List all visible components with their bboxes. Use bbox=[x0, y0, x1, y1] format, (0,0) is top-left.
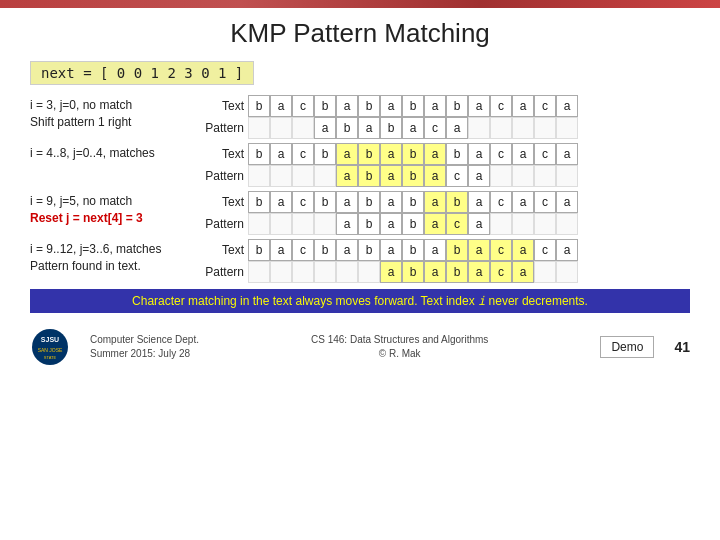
bottom-bar: Character matching in the text always mo… bbox=[30, 289, 690, 313]
text-grid-row-s1: Textbacbabababacaca bbox=[200, 95, 578, 117]
pattern-cell-s4-6: a bbox=[380, 261, 402, 283]
text-grid-row-s2: Textbacbabababacaca bbox=[200, 143, 578, 165]
section-s2: i = 4..8, j=0..4, matchesTextbacbabababa… bbox=[30, 143, 690, 187]
pattern-cell-s4-7: b bbox=[402, 261, 424, 283]
pattern-cell-s3-10: a bbox=[468, 213, 490, 235]
text-label-s4: Text bbox=[200, 243, 248, 257]
pattern-cell-s3-8: a bbox=[424, 213, 446, 235]
pattern-cell-s3-14 bbox=[556, 213, 578, 235]
pattern-cell-s1-10 bbox=[468, 117, 490, 139]
text-cell-s1-7: b bbox=[402, 95, 424, 117]
text-cell-s3-7: b bbox=[402, 191, 424, 213]
pattern-cell-s1-1 bbox=[270, 117, 292, 139]
text-cell-s3-4: a bbox=[336, 191, 358, 213]
desc-s4: i = 9..12, j=3..6, matchesPattern found … bbox=[30, 239, 190, 275]
pattern-cell-s2-1 bbox=[270, 165, 292, 187]
text-cell-s2-5: b bbox=[358, 143, 380, 165]
text-cell-s4-14: a bbox=[556, 239, 578, 261]
text-cell-s2-8: a bbox=[424, 143, 446, 165]
pattern-label-s1: Pattern bbox=[200, 121, 248, 135]
pattern-cell-s1-4: b bbox=[336, 117, 358, 139]
pattern-cell-s3-12 bbox=[512, 213, 534, 235]
pattern-cell-s1-7: a bbox=[402, 117, 424, 139]
pattern-cell-s3-9: c bbox=[446, 213, 468, 235]
text-cell-s2-0: b bbox=[248, 143, 270, 165]
section-s1: i = 3, j=0, no matchShift pattern 1 righ… bbox=[30, 95, 690, 139]
text-cell-s2-1: a bbox=[270, 143, 292, 165]
svg-text:SAN JOSE: SAN JOSE bbox=[38, 347, 63, 353]
pattern-cell-s4-8: a bbox=[424, 261, 446, 283]
pattern-cell-s2-8: a bbox=[424, 165, 446, 187]
text-cell-s1-8: a bbox=[424, 95, 446, 117]
text-cell-s2-7: b bbox=[402, 143, 424, 165]
text-cell-s1-0: b bbox=[248, 95, 270, 117]
footer-school: Computer Science Dept. Summer 2015: July… bbox=[90, 333, 199, 361]
footer-school-line2: Summer 2015: July 28 bbox=[90, 347, 199, 361]
text-cell-s4-0: b bbox=[248, 239, 270, 261]
pattern-cell-s3-6: a bbox=[380, 213, 402, 235]
sjsu-logo: SJSU SAN JOSE STATE bbox=[30, 327, 70, 367]
text-cell-s4-13: c bbox=[534, 239, 556, 261]
text-grid-row-s4: Textbacbabababacaca bbox=[200, 239, 578, 261]
pattern-cell-s3-13 bbox=[534, 213, 556, 235]
pattern-cell-s4-1 bbox=[270, 261, 292, 283]
text-cell-s1-12: a bbox=[512, 95, 534, 117]
section-s3: i = 9, j=5, no matchReset j = next[4] = … bbox=[30, 191, 690, 235]
text-cell-s1-6: a bbox=[380, 95, 402, 117]
pattern-cell-s1-12 bbox=[512, 117, 534, 139]
text-cell-s4-6: a bbox=[380, 239, 402, 261]
pattern-cell-s4-13 bbox=[534, 261, 556, 283]
pattern-cell-s2-13 bbox=[534, 165, 556, 187]
pattern-cell-s3-5: b bbox=[358, 213, 380, 235]
text-cell-s3-5: b bbox=[358, 191, 380, 213]
text-cell-s1-13: c bbox=[534, 95, 556, 117]
text-cell-s3-11: c bbox=[490, 191, 512, 213]
text-cell-s4-12: a bbox=[512, 239, 534, 261]
pattern-label-s2: Pattern bbox=[200, 169, 248, 183]
text-cell-s2-10: a bbox=[468, 143, 490, 165]
pattern-cell-s2-2 bbox=[292, 165, 314, 187]
pattern-grid-row-s4: Patternababaca bbox=[200, 261, 578, 283]
text-cell-s2-6: a bbox=[380, 143, 402, 165]
text-label-s1: Text bbox=[200, 99, 248, 113]
text-cell-s1-14: a bbox=[556, 95, 578, 117]
pattern-cell-s3-1 bbox=[270, 213, 292, 235]
grid-s2: TextbacbabababacacaPatternababaca bbox=[200, 143, 578, 187]
grid-s1: TextbacbabababacacaPatternababaca bbox=[200, 95, 578, 139]
pattern-cell-s1-8: c bbox=[424, 117, 446, 139]
pattern-cell-s2-10: a bbox=[468, 165, 490, 187]
pattern-cell-s4-11: c bbox=[490, 261, 512, 283]
text-cell-s1-9: b bbox=[446, 95, 468, 117]
text-cell-s2-2: c bbox=[292, 143, 314, 165]
pattern-cell-s4-4 bbox=[336, 261, 358, 283]
pattern-cell-s3-0 bbox=[248, 213, 270, 235]
grid-s4: TextbacbabababacacaPatternababaca bbox=[200, 239, 578, 283]
footer-course: CS 146: Data Structures and Algorithms ©… bbox=[219, 333, 580, 361]
pattern-cell-s3-3 bbox=[314, 213, 336, 235]
text-cell-s3-12: a bbox=[512, 191, 534, 213]
svg-text:STATE: STATE bbox=[44, 355, 57, 360]
pattern-grid-row-s2: Patternababaca bbox=[200, 165, 578, 187]
pattern-cell-s2-4: a bbox=[336, 165, 358, 187]
pattern-cell-s1-11 bbox=[490, 117, 512, 139]
pattern-cell-s1-9: a bbox=[446, 117, 468, 139]
pattern-cell-s2-0 bbox=[248, 165, 270, 187]
pattern-cell-s4-10: a bbox=[468, 261, 490, 283]
text-cell-s3-3: b bbox=[314, 191, 336, 213]
sections-container: i = 3, j=0, no matchShift pattern 1 righ… bbox=[30, 95, 690, 283]
pattern-label-s3: Pattern bbox=[200, 217, 248, 231]
text-cell-s2-13: c bbox=[534, 143, 556, 165]
page-title: KMP Pattern Matching bbox=[30, 18, 690, 49]
text-cell-s2-14: a bbox=[556, 143, 578, 165]
text-cell-s2-9: b bbox=[446, 143, 468, 165]
pattern-cell-s1-0 bbox=[248, 117, 270, 139]
text-cell-s1-3: b bbox=[314, 95, 336, 117]
text-cell-s1-4: a bbox=[336, 95, 358, 117]
text-cell-s3-2: c bbox=[292, 191, 314, 213]
pattern-cell-s2-11 bbox=[490, 165, 512, 187]
svg-text:SJSU: SJSU bbox=[41, 336, 59, 343]
pattern-cell-s4-2 bbox=[292, 261, 314, 283]
demo-button[interactable]: Demo bbox=[600, 336, 654, 358]
text-cell-s2-4: a bbox=[336, 143, 358, 165]
pattern-cell-s1-6: b bbox=[380, 117, 402, 139]
